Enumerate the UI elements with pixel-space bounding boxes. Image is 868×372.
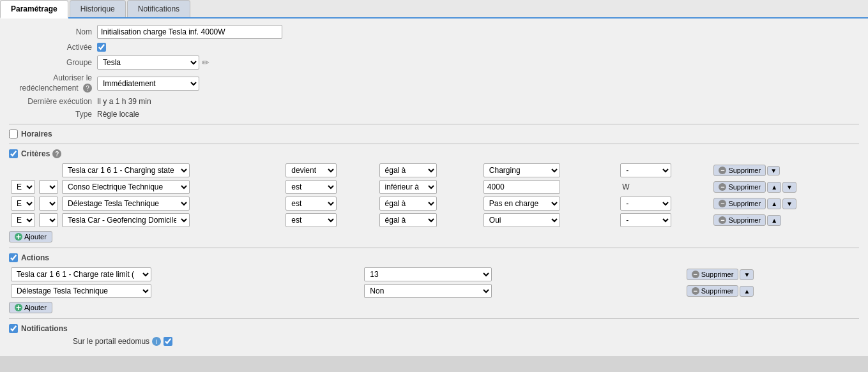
tab-notifications[interactable]: Notifications bbox=[127, 0, 190, 17]
criteria-comparator-select-2[interactable]: égal à bbox=[379, 197, 437, 211]
actions-checkbox[interactable] bbox=[9, 253, 18, 262]
criteria-extra-select-0[interactable]: - bbox=[620, 163, 671, 177]
criteria-table: Tesla car 1 6 1 - Charging state devient… bbox=[9, 162, 859, 228]
nom-row: Nom bbox=[9, 25, 859, 39]
criteria-comparator-select-3[interactable]: égal à bbox=[379, 213, 437, 227]
minus-icon: − bbox=[692, 287, 699, 295]
criteria-supprimer-btn-0[interactable]: − Supprimer bbox=[713, 165, 766, 176]
criteria-device-select-0[interactable]: Tesla car 1 6 1 - Charging state bbox=[62, 163, 190, 177]
horaires-checkbox[interactable] bbox=[9, 130, 18, 138]
criteria-arrow-btn-0[interactable]: ▼ bbox=[767, 166, 780, 175]
plus-icon: + bbox=[15, 233, 22, 241]
criteria-condition-select-0[interactable]: devient bbox=[286, 163, 337, 177]
criteria-up-btn-1[interactable]: ▲ bbox=[767, 182, 781, 193]
activee-checkbox[interactable] bbox=[97, 43, 106, 52]
derniere-exec-row: Dernière exécution Il y a 1 h 39 min bbox=[9, 97, 859, 106]
criteria-et-select-2[interactable]: Et bbox=[11, 197, 35, 211]
minus-icon: − bbox=[719, 200, 726, 207]
criteria-down-btn-2[interactable]: ▼ bbox=[782, 198, 796, 209]
criteria-device-select-2[interactable]: Délestage Tesla Technique bbox=[62, 197, 190, 211]
autoriser-select[interactable]: Immédiatement bbox=[97, 77, 199, 91]
criteria-et-cond-1[interactable] bbox=[39, 180, 58, 194]
portail-label: Sur le portail eedomus bbox=[73, 337, 149, 346]
action-value-select-0[interactable]: 13 bbox=[364, 267, 492, 281]
criteria-extra-select-3[interactable]: - bbox=[620, 213, 671, 227]
criteria-value-select-2[interactable]: Pas en charge bbox=[483, 197, 560, 211]
table-row: Tesla car 1 6 1 - Charge rate limit ( 13… bbox=[9, 266, 859, 283]
type-row: Type Règle locale bbox=[9, 110, 859, 119]
tab-historique[interactable]: Historique bbox=[70, 0, 126, 17]
criteria-ajouter-btn[interactable]: + Ajouter bbox=[9, 231, 52, 242]
criteria-device-select-1[interactable]: Conso Electrique Technique bbox=[62, 180, 190, 194]
criteria-et-cond-2[interactable] bbox=[39, 197, 58, 211]
table-row: Tesla car 1 6 1 - Charging state devient… bbox=[9, 162, 859, 179]
activee-label: Activée bbox=[9, 43, 92, 52]
table-row: Et Conso Electrique Technique est bbox=[9, 179, 859, 195]
actions-section-header: Actions bbox=[9, 253, 859, 262]
arrow-down-icon: ▼ bbox=[770, 167, 777, 174]
criteria-et-select-1[interactable]: Et bbox=[11, 180, 35, 194]
minus-icon: − bbox=[692, 271, 699, 278]
criteria-btn-group-3: − Supprimer ▲ bbox=[713, 214, 781, 226]
horaires-section-header: Horaires bbox=[9, 130, 859, 138]
criteria-et-cond-3[interactable] bbox=[39, 213, 58, 227]
criteria-btn-group-2: − Supprimer ▲ ▼ bbox=[713, 198, 796, 209]
notifications-checkbox[interactable] bbox=[9, 324, 18, 333]
table-row: Délestage Tesla Technique Non − Supprime… bbox=[9, 283, 859, 299]
criteria-value-select-0[interactable]: Charging bbox=[483, 163, 560, 177]
criteria-comparator-select-0[interactable]: égal à bbox=[379, 163, 437, 177]
action-up-btn-1[interactable]: ▲ bbox=[740, 286, 754, 297]
criteria-supprimer-btn-1[interactable]: − Supprimer bbox=[713, 181, 766, 193]
criteria-condition-select-3[interactable]: est bbox=[286, 213, 337, 227]
criteria-supprimer-btn-3[interactable]: − Supprimer bbox=[713, 214, 766, 226]
portail-row: Sur le portail eedomus i bbox=[73, 337, 859, 346]
pencil-icon[interactable]: ✏ bbox=[202, 57, 209, 68]
type-label: Type bbox=[9, 110, 92, 119]
info-icon-portail[interactable]: i bbox=[152, 337, 161, 346]
criteria-et-select-3[interactable]: Et bbox=[11, 213, 35, 227]
derniere-exec-value: Il y a 1 h 39 min bbox=[97, 97, 151, 106]
criteria-btn-group-0: − Supprimer ▼ bbox=[713, 165, 780, 176]
criteria-condition-select-1[interactable]: est bbox=[286, 180, 337, 194]
w-label: W bbox=[622, 182, 629, 191]
action-value-select-1[interactable]: Non bbox=[364, 284, 492, 298]
action-supprimer-btn-0[interactable]: − Supprimer bbox=[687, 269, 739, 280]
criteria-up-btn-2[interactable]: ▲ bbox=[767, 198, 781, 209]
criteria-value-input-1[interactable] bbox=[483, 180, 560, 194]
criteria-supprimer-btn-2[interactable]: − Supprimer bbox=[713, 198, 766, 209]
criteria-condition-select-2[interactable]: est bbox=[286, 197, 337, 211]
nom-label: Nom bbox=[9, 27, 92, 36]
groupe-row: Groupe Tesla ✏ bbox=[9, 56, 859, 70]
criteria-up-btn-3[interactable]: ▲ bbox=[767, 215, 781, 226]
portail-checkbox[interactable] bbox=[164, 337, 172, 346]
minus-icon: − bbox=[719, 216, 726, 224]
criteria-btn-group-1: − Supprimer ▲ ▼ bbox=[713, 181, 796, 193]
action-supprimer-btn-1[interactable]: − Supprimer bbox=[687, 285, 739, 297]
plus-icon: + bbox=[15, 304, 22, 311]
criteres-checkbox[interactable] bbox=[9, 149, 18, 158]
activee-row: Activée bbox=[9, 43, 859, 52]
help-icon-redenclenchement[interactable]: ? bbox=[83, 84, 92, 93]
tab-parametrage[interactable]: Paramétrage bbox=[0, 0, 68, 19]
criteria-extra-select-2[interactable]: - bbox=[620, 197, 671, 211]
nom-input[interactable] bbox=[97, 25, 282, 39]
main-content: Nom Activée Groupe Tesla ✏ Autoriser le … bbox=[0, 19, 868, 356]
criteria-down-btn-1[interactable]: ▼ bbox=[782, 182, 796, 193]
action-device-select-0[interactable]: Tesla car 1 6 1 - Charge rate limit ( bbox=[11, 267, 151, 281]
criteria-comparator-select-1[interactable]: inférieur à bbox=[379, 180, 437, 194]
notifications-section-header: Notifications bbox=[9, 324, 859, 333]
groupe-select[interactable]: Tesla bbox=[97, 56, 199, 70]
help-icon-criteres[interactable]: ? bbox=[52, 149, 61, 158]
criteria-device-select-3[interactable]: Tesla Car - Geofencing Domicile bbox=[62, 213, 190, 227]
criteres-label: Critères bbox=[21, 149, 50, 158]
criteria-value-select-3[interactable]: Oui bbox=[483, 213, 560, 227]
autoriser-label: Autoriser le redéclenchement ? bbox=[9, 73, 92, 93]
action-device-select-1[interactable]: Délestage Tesla Technique bbox=[11, 284, 151, 298]
action-down-btn-0[interactable]: ▼ bbox=[740, 269, 754, 280]
derniere-exec-label: Dernière exécution bbox=[9, 97, 92, 106]
autoriser-row: Autoriser le redéclenchement ? Immédiate… bbox=[9, 73, 859, 93]
tabs-container: Paramétrage Historique Notifications bbox=[0, 0, 868, 19]
action-btn-group-0: − Supprimer ▼ bbox=[687, 269, 754, 280]
criteres-section-header: Critères ? bbox=[9, 149, 859, 158]
actions-ajouter-btn[interactable]: + Ajouter bbox=[9, 302, 52, 313]
